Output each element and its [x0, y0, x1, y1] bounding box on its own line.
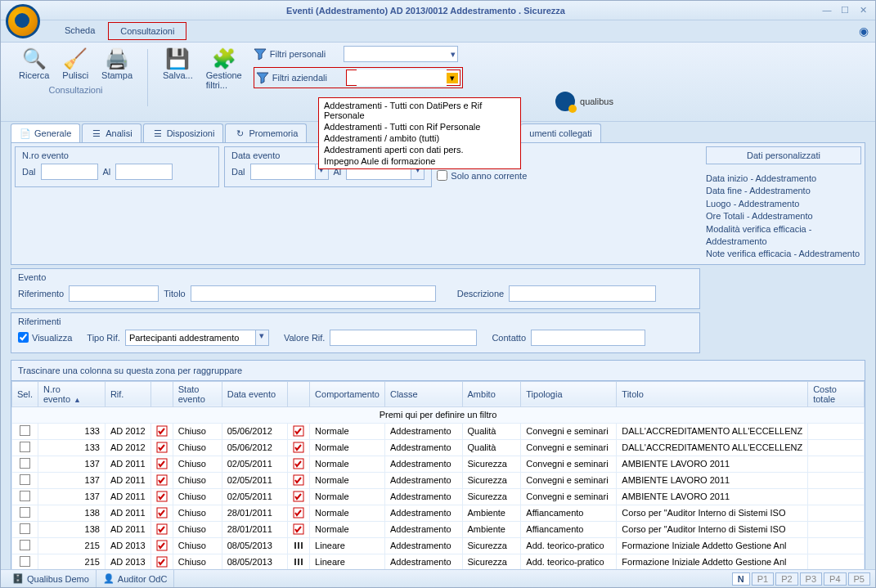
dropdown-option[interactable]: Addestramenti / ambito (tutti) — [321, 132, 519, 144]
stampa-button[interactable]: 🖨️ Stampa — [95, 46, 139, 82]
rif-check-icon — [156, 425, 168, 437]
table-row[interactable]: 133AD 2012Chiuso05/06/2012NormaleAddestr… — [12, 423, 865, 439]
dropdown-option[interactable]: Impegno Aule di formazione — [321, 155, 519, 167]
tipo-rif-select[interactable] — [125, 330, 256, 346]
row-checkbox[interactable] — [20, 491, 30, 501]
row-checkbox[interactable] — [20, 474, 30, 485]
menu-scheda[interactable]: Scheda — [53, 22, 106, 40]
rif-check-icon — [156, 491, 168, 502]
row-checkbox[interactable] — [20, 540, 30, 550]
gestione-filtri-button[interactable]: 🧩 Gestione filtri... — [200, 46, 249, 108]
col-rif-icon[interactable] — [150, 381, 173, 406]
table-row[interactable]: 215AD 2013Chiuso08/05/2013LineareAddestr… — [12, 537, 865, 554]
nro-al-input[interactable] — [115, 164, 173, 180]
rif-check-icon — [156, 458, 168, 469]
data-dal-input[interactable] — [250, 164, 316, 180]
minimize-button[interactable]: — — [820, 5, 834, 16]
titolo-input[interactable] — [191, 285, 436, 302]
window-title: Eventi (Addestramento) AD 2013/0012 Adde… — [35, 6, 816, 16]
rif-check-icon — [156, 507, 168, 518]
col-comp[interactable]: Comportamento — [310, 381, 385, 406]
evento-fieldset: Evento Riferimento Titolo Descrizione — [11, 268, 700, 309]
col-data[interactable]: Data evento — [222, 381, 287, 406]
comp-icon — [293, 507, 304, 518]
dati-list: Data inizio - Addestramento Data fine - … — [706, 173, 861, 261]
filtri-aziendali-combo[interactable]: ▾ — [346, 70, 460, 86]
brand-icon — [555, 92, 575, 111]
printer-icon: 🖨️ — [105, 47, 129, 70]
col-titolo[interactable]: Titolo — [617, 381, 808, 406]
page-p5[interactable]: P5 — [848, 572, 870, 586]
pulisci-button[interactable]: 🧹 Pulisci — [56, 46, 95, 82]
dati-personalizzati-button[interactable]: Dati personalizzati — [706, 146, 861, 164]
riferimento-input[interactable] — [69, 285, 159, 302]
titlebar: ★ ▭ Eventi (Addestramento) AD 2013/0012 … — [1, 1, 875, 20]
close-button[interactable]: ✕ — [856, 5, 870, 16]
filter-row[interactable]: Premi qui per definire un filtro — [12, 406, 865, 423]
row-checkbox[interactable] — [20, 523, 30, 534]
filtri-personali-combo[interactable]: ▾ — [344, 46, 458, 62]
comp-icon — [293, 556, 304, 568]
table-row[interactable]: 138AD 2011Chiuso28/01/2011NormaleAddestr… — [12, 505, 865, 521]
contatto-input[interactable] — [531, 330, 645, 346]
table-row[interactable]: 133AD 2012Chiuso05/06/2012NormaleAddestr… — [12, 439, 865, 456]
ricerca-button[interactable]: 🔍 Ricerca — [12, 46, 56, 82]
doc-icon: 📄 — [20, 128, 31, 139]
tab-disposizioni[interactable]: ☰Disposizioni — [143, 123, 224, 142]
page-p2[interactable]: P2 — [775, 572, 797, 586]
tab-generale[interactable]: 📄Generale — [11, 123, 80, 142]
row-checkbox[interactable] — [20, 556, 30, 567]
results-grid: Trascinare una colonna su questa zona pe… — [11, 360, 865, 588]
help-icon[interactable]: ◉ — [859, 25, 869, 38]
app-logo[interactable] — [6, 4, 40, 38]
dropdown-option[interactable]: Addestramenti aperti con dati pers. — [321, 144, 519, 155]
table-row[interactable]: 137AD 2011Chiuso02/05/2011NormaleAddestr… — [12, 456, 865, 472]
statusbar: 🗄️ Qualibus Demo 👤 Auditor OdC N P1 P2 P… — [1, 569, 875, 587]
maximize-button[interactable]: ☐ — [838, 5, 852, 16]
funnel-icon — [254, 47, 267, 61]
tab-promemoria[interactable]: ↻Promemoria — [225, 123, 307, 142]
table-row[interactable]: 137AD 2011Chiuso02/05/2011NormaleAddestr… — [12, 472, 865, 488]
col-rif[interactable]: Rif. — [105, 381, 150, 406]
col-nro[interactable]: N.ro evento▲ — [38, 381, 105, 406]
comp-icon — [293, 425, 304, 437]
salva-button[interactable]: 💾 Salva... — [156, 46, 200, 108]
page-p1[interactable]: P1 — [752, 572, 774, 586]
page-p3[interactable]: P3 — [800, 572, 822, 586]
col-ambito[interactable]: Ambito — [462, 381, 521, 406]
row-checkbox[interactable] — [20, 507, 30, 518]
col-stato[interactable]: Stato evento — [173, 381, 222, 406]
row-checkbox[interactable] — [20, 425, 30, 436]
menu-consultazioni[interactable]: Consultazioni — [108, 22, 186, 40]
tab-documenti[interactable]: umenti collegati — [521, 123, 600, 142]
dropdown-option[interactable]: Addestramenti - Tutti con Rif Personale — [321, 121, 519, 132]
row-checkbox[interactable] — [20, 458, 30, 469]
group-by-bar[interactable]: Trascinare una colonna su questa zona pe… — [11, 361, 865, 381]
valore-rif-input[interactable] — [330, 330, 477, 346]
visualizza-checkbox[interactable]: Visualizza — [18, 332, 72, 343]
page-p4[interactable]: P4 — [824, 572, 846, 586]
solo-anno-checkbox[interactable]: Solo anno corrente — [437, 170, 568, 181]
search-icon: 🔍 — [22, 47, 47, 70]
nro-dal-input[interactable] — [41, 164, 98, 180]
table-row[interactable]: 138AD 2011Chiuso28/01/2011NormaleAddestr… — [12, 521, 865, 537]
tab-analisi[interactable]: ☰Analisi — [82, 123, 141, 142]
col-tipologia[interactable]: Tipologia — [521, 381, 617, 406]
row-checkbox[interactable] — [20, 442, 30, 452]
page-n[interactable]: N — [732, 572, 750, 586]
dropdown-option[interactable]: Addestramenti - Tutti con DatiPers e Rif… — [321, 100, 519, 121]
svg-rect-20 — [298, 559, 299, 565]
col-classe[interactable]: Classe — [384, 381, 462, 406]
filtri-aziendali-dropdown[interactable]: Addestramenti - Tutti con DatiPers e Rif… — [318, 97, 521, 169]
svg-rect-19 — [294, 559, 296, 565]
chevron-down-icon[interactable]: ▾ — [256, 330, 269, 346]
brand-logo: qualibus — [555, 92, 613, 111]
funnel-icon — [256, 71, 269, 84]
col-costo[interactable]: Costo totale — [808, 381, 865, 406]
table-row[interactable]: 215AD 2013Chiuso08/05/2013LineareAddestr… — [12, 554, 865, 570]
col-comp-icon[interactable] — [288, 381, 310, 406]
filtri-aziendali-input[interactable] — [357, 70, 447, 86]
col-sel[interactable]: Sel. — [12, 381, 38, 406]
descrizione-input[interactable] — [509, 285, 656, 302]
table-row[interactable]: 137AD 2011Chiuso02/05/2011NormaleAddestr… — [12, 488, 865, 505]
